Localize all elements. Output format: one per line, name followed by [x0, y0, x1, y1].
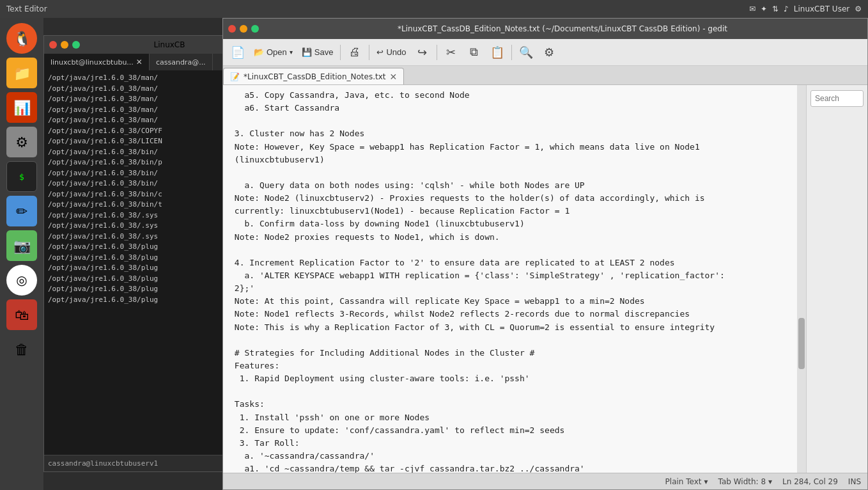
undo-button[interactable]: ↩ Undo [373, 42, 410, 63]
plain-text-status[interactable]: Plain Text ▾ [665, 477, 708, 486]
new-button[interactable]: 📄 [227, 42, 249, 63]
print-button[interactable]: 🖨 [344, 42, 366, 63]
file-icon: 📝 [230, 72, 240, 81]
text-editor-dock-icon[interactable]: ✏ [6, 196, 37, 226]
terminal-tab-2[interactable]: cassandra@... [150, 54, 213, 70]
terminal-minimize-btn[interactable] [61, 41, 68, 49]
open-label: Open [267, 47, 287, 57]
network-icon[interactable]: ⇅ [772, 4, 779, 13]
terminal-dock-icon[interactable]: $ [6, 161, 37, 192]
paste-button[interactable]: 📋 [486, 42, 508, 63]
terminal-close-btn[interactable] [49, 41, 57, 49]
volume-icon[interactable]: ♪ [784, 4, 789, 13]
search-panel [806, 85, 867, 473]
chrome-dock-icon[interactable]: ◎ [6, 265, 37, 296]
system-bar: Text Editor ✉ ✦ ⇅ ♪ LinuxCBT User ⚙ [0, 0, 868, 18]
terminal-tab-1-close[interactable]: ✕ [136, 58, 143, 67]
system-settings-icon[interactable]: ⚙ [855, 4, 862, 13]
replace-button[interactable]: ⚙ [538, 42, 560, 63]
mail-icon[interactable]: ✉ [749, 4, 756, 13]
search-input[interactable] [810, 90, 864, 107]
gedit-close-btn[interactable] [228, 25, 236, 33]
ln-col-status: Ln 284, Col 29 [782, 477, 838, 486]
gedit-window: *LinuxCBT_CassDB_Edition_Notes.txt (~/Do… [222, 18, 868, 490]
files-dock-icon[interactable]: 📁 [6, 58, 37, 88]
find-button[interactable]: 🔍 [515, 42, 537, 63]
gedit-tab-1[interactable]: 📝 *LinuxCBT_CassDB_Edition_Notes.txt ✕ [223, 68, 404, 84]
terminal-tab-1[interactable]: linuxcbt@linuxcbtubu... ✕ [44, 54, 150, 70]
trash-dock-icon[interactable]: 🗑 [6, 334, 37, 365]
cut-button[interactable]: ✂ [440, 42, 462, 63]
screenshot-dock-icon[interactable]: 📷 [6, 230, 37, 261]
application-dock: 🐧 📁 📊 ⚙ $ ✏ 📷 ◎ 🛍 🗑 [0, 18, 43, 490]
ins-label: INS [848, 477, 861, 486]
copy-button[interactable]: ⧉ [463, 42, 485, 63]
editor-area: a5. Copy Cassandra, Java, etc. to second… [223, 85, 867, 473]
toolbar-separator-3 [437, 45, 437, 60]
software-center-dock-icon[interactable]: 🛍 [6, 299, 37, 330]
status-bar: Plain Text ▾ Tab Width: 8 ▾ Ln 284, Col … [223, 473, 867, 489]
toolbar-separator-4 [511, 45, 512, 60]
open-dropdown-icon: ▾ [290, 49, 293, 56]
scrollbar-track[interactable] [797, 85, 806, 473]
bluetooth-icon[interactable]: ✦ [761, 4, 767, 13]
toolbar-separator-1 [340, 45, 341, 60]
save-button[interactable]: 💾 Save [298, 42, 337, 63]
undo-label: Undo [386, 47, 406, 57]
presentation-dock-icon[interactable]: 📊 [6, 92, 37, 123]
ubuntu-launcher-icon[interactable]: 🐧 [6, 23, 37, 54]
scrollbar-thumb[interactable] [798, 318, 805, 369]
redo-button[interactable]: ↪ [412, 42, 433, 63]
ins-status: INS [848, 477, 861, 486]
system-settings-dock-icon[interactable]: ⚙ [6, 127, 37, 157]
gedit-toolbar: 📄 📂 Open ▾ 💾 Save 🖨 ↩ Undo ↪ ✂ ⧉ 📋 🔍 ⚙ [223, 39, 867, 66]
gedit-minimize-btn[interactable] [240, 25, 247, 33]
save-icon: 💾 [302, 47, 312, 57]
gedit-titlebar: *LinuxCBT_CassDB_Edition_Notes.txt (~/Do… [223, 19, 867, 39]
open-icon: 📂 [254, 47, 264, 57]
gedit-tab-1-label: *LinuxCBT_CassDB_Edition_Notes.txt [244, 72, 386, 81]
terminal-maximize-btn[interactable] [72, 41, 80, 49]
tab-width-dropdown-icon[interactable]: ▾ [768, 477, 772, 486]
ln-col-label: Ln 284, Col 29 [782, 477, 838, 486]
open-button[interactable]: 📂 Open ▾ [250, 42, 297, 63]
terminal-tab-1-label: linuxcbt@linuxcbtubu... [50, 58, 134, 67]
terminal-prompt: cassandra@linuxcbtubuserv1 [48, 459, 158, 468]
gedit-maximize-btn[interactable] [251, 25, 259, 33]
plain-text-label: Plain Text [665, 477, 702, 486]
tab-width-label: Tab Width: 8 [718, 477, 766, 486]
plain-text-dropdown-icon[interactable]: ▾ [704, 477, 708, 486]
app-title: Text Editor [6, 4, 47, 13]
editor-content[interactable]: a5. Copy Cassandra, Java, etc. to second… [223, 85, 797, 473]
user-menu[interactable]: LinuxCBT User [794, 4, 849, 13]
gedit-window-title: *LinuxCBT_CassDB_Edition_Notes.txt (~/Do… [263, 24, 862, 33]
search-area [807, 85, 867, 112]
toolbar-separator-2 [369, 45, 369, 60]
gedit-tab-bar: 📝 *LinuxCBT_CassDB_Edition_Notes.txt ✕ [223, 66, 867, 85]
undo-icon: ↩ [376, 47, 384, 57]
gedit-tab-1-close[interactable]: ✕ [390, 72, 398, 82]
tab-width-status[interactable]: Tab Width: 8 ▾ [718, 477, 773, 486]
save-label: Save [314, 47, 334, 57]
terminal-tab-2-label: cassandra@... [156, 58, 206, 67]
